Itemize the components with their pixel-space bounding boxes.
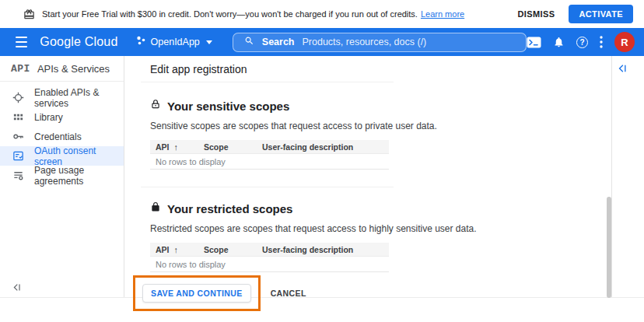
collapse-sidebar-icon[interactable] — [12, 283, 21, 292]
dashboard-icon — [12, 92, 24, 103]
section-heading: Your sensitive scopes — [167, 100, 289, 113]
trial-banner-text: Start your Free Trial with $300 in credi… — [42, 9, 418, 19]
section-description: Sensitive scopes are scopes that request… — [150, 121, 611, 131]
cloud-shell-icon[interactable] — [527, 37, 541, 48]
sidebar-nav: Enabled APIs & services Library Credenti… — [0, 88, 124, 185]
search-icon — [244, 35, 254, 49]
dismiss-button[interactable]: DISMISS — [517, 9, 555, 19]
sidebar-item-page-usage-agreements[interactable]: Page usage agreements — [0, 166, 124, 185]
sidebar-item-credentials[interactable]: Credentials — [0, 127, 124, 146]
help-icon[interactable]: ? — [576, 37, 588, 48]
project-selector[interactable]: OpenIdApp — [135, 35, 212, 49]
sidebar-item-label: Library — [34, 112, 63, 123]
sort-ascending-icon: ↑ — [174, 142, 179, 152]
search-input[interactable]: Search Products, resources, docs (/) — [233, 33, 527, 52]
sidebar: API APIs & Services Enabled APIs & servi… — [0, 56, 124, 297]
section-heading: Your restricted scopes — [167, 202, 292, 215]
sensitive-scopes-table: API ↑ Scope User-facing description No r… — [150, 140, 389, 170]
sensitive-scopes-section: Your sensitive scopes Sensitive scopes a… — [150, 98, 611, 170]
sidebar-item-enabled-apis[interactable]: Enabled APIs & services — [0, 88, 124, 107]
column-header-api[interactable]: API ↑ — [150, 142, 198, 152]
sidebar-item-label: Page usage agreements — [34, 165, 124, 187]
chevron-down-icon — [206, 40, 212, 44]
avatar[interactable]: R — [614, 32, 635, 52]
collapse-panel-icon[interactable] — [618, 64, 644, 73]
divider — [141, 187, 394, 187]
main-content: Edit app registration Your sensitive sco… — [124, 56, 612, 297]
section-description: Restricted scopes are scopes that reques… — [150, 223, 611, 234]
gift-icon — [23, 9, 35, 20]
column-header-scope[interactable]: Scope — [198, 142, 257, 152]
app-body: API APIs & Services Enabled APIs & servi… — [0, 56, 644, 298]
sidebar-item-label: OAuth consent screen — [34, 145, 124, 167]
search-label: Search — [262, 37, 295, 47]
sort-ascending-icon: ↑ — [174, 245, 179, 254]
sidebar-item-label: Enabled APIs & services — [34, 87, 124, 109]
empty-table-message: No rows to display — [150, 257, 389, 272]
library-icon — [12, 111, 24, 123]
divider — [141, 82, 394, 82]
key-icon — [12, 131, 24, 142]
restricted-scopes-table: API ↑ Scope User-facing description No r… — [150, 243, 389, 272]
project-icon — [135, 35, 146, 49]
lock-open-icon — [150, 98, 161, 114]
scrollbar-thumb[interactable] — [607, 197, 611, 298]
empty-table-message: No rows to display — [150, 154, 389, 170]
trial-banner: Start your Free Trial with $300 in credi… — [0, 0, 644, 28]
notifications-bell-icon[interactable] — [553, 36, 565, 48]
column-header-scope[interactable]: Scope — [198, 245, 257, 254]
highlight-annotation: SAVE AND CONTINUE — [133, 275, 261, 311]
consent-icon — [12, 150, 24, 162]
app-bar: Google Cloud OpenIdApp Search Products, … — [0, 28, 644, 56]
sidebar-item-oauth-consent-screen[interactable]: OAuth consent screen — [0, 146, 124, 166]
restricted-scopes-section: Your restricted scopes Restricted scopes… — [150, 201, 611, 272]
menu-icon[interactable] — [16, 37, 27, 47]
sidebar-title: APIs & Services — [37, 63, 110, 75]
cancel-button[interactable]: CANCEL — [271, 289, 306, 298]
lock-icon — [150, 201, 161, 216]
page-title: Edit app registration — [150, 56, 611, 82]
column-header-description[interactable]: User-facing description — [257, 245, 389, 254]
learn-more-link[interactable]: Learn more — [421, 9, 464, 19]
google-cloud-logo[interactable]: Google Cloud — [40, 35, 117, 49]
save-and-continue-button[interactable]: SAVE AND CONTINUE — [142, 284, 251, 303]
sidebar-item-library[interactable]: Library — [0, 107, 124, 127]
activate-button[interactable]: ACTIVATE — [569, 5, 633, 23]
sidebar-item-label: Credentials — [34, 131, 82, 142]
sidebar-header: API APIs & Services — [0, 56, 124, 82]
more-vertical-icon[interactable] — [600, 36, 603, 48]
app-window: Start your Free Trial with $300 in credi… — [0, 0, 644, 322]
right-panel-gutter — [612, 56, 644, 297]
action-buttons-row: SAVE AND CONTINUE CANCEL — [150, 275, 611, 311]
api-logo: API — [11, 63, 30, 75]
project-name: OpenIdApp — [151, 37, 200, 47]
column-header-api[interactable]: API ↑ — [150, 245, 198, 254]
search-placeholder: Products, resources, docs (/) — [303, 37, 427, 47]
agreements-icon — [12, 170, 24, 181]
column-header-description[interactable]: User-facing description — [257, 142, 389, 152]
